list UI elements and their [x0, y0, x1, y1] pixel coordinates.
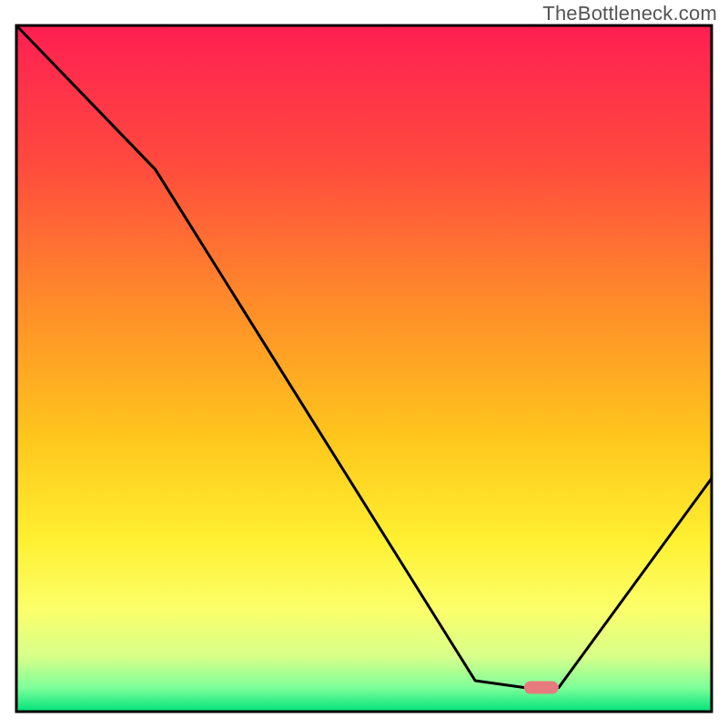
optimal-marker: [524, 682, 559, 694]
bottleneck-chart: [0, 0, 728, 728]
watermark-text: TheBottleneck.com: [542, 2, 717, 25]
plot-background: [16, 25, 712, 712]
chart-container: TheBottleneck.com: [0, 0, 728, 728]
